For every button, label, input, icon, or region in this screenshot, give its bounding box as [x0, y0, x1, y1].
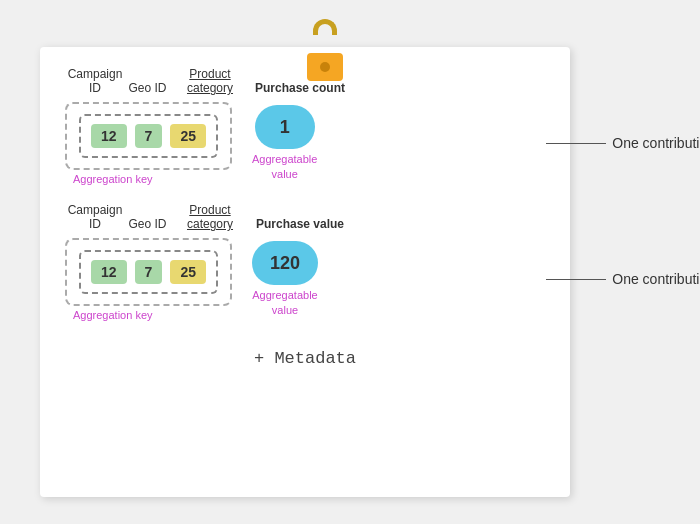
section1-geo-chip: 7 [135, 124, 163, 148]
section1-contribution-text: One contribution [612, 135, 700, 151]
section1-purchase-header: Purchase count [250, 81, 350, 95]
section2-contribution-area: One contribution [546, 271, 700, 287]
section1-chips: 12 7 25 [79, 114, 218, 158]
section1-aggregation-label: Aggregation key [65, 173, 232, 185]
section1-contribution-line [546, 143, 606, 144]
section1-row: 12 7 25 Aggregation key 1 Aggregatableva… [65, 102, 545, 185]
paper-content: Campaign ID Geo ID Product category Purc… [40, 47, 570, 497]
section2-campaign-chip: 12 [91, 260, 127, 284]
paper: Campaign ID Geo ID Product category Purc… [40, 47, 570, 497]
section2-geo-chip: 7 [135, 260, 163, 284]
lock-shackle [313, 19, 337, 35]
section2: Campaign ID Geo ID Product category Purc… [65, 203, 545, 321]
section2-product-header: Product category [170, 203, 250, 232]
section1-campaign-header: Campaign ID [65, 67, 125, 96]
metadata-text: + Metadata [65, 339, 545, 368]
section1-value-area: 1 Aggregatablevalue [252, 105, 317, 181]
section1: Campaign ID Geo ID Product category Purc… [65, 67, 545, 185]
section1-product-chip: 25 [170, 124, 206, 148]
section2-aggregation-label: Aggregation key [65, 309, 232, 321]
section2-contribution-line [546, 279, 606, 280]
section2-value-area: 120 Aggregatablevalue [252, 241, 318, 317]
section1-aggregatable-label: Aggregatablevalue [252, 152, 317, 181]
section2-col-headers: Campaign ID Geo ID Product category Purc… [65, 203, 545, 232]
section2-campaign-header: Campaign ID [65, 203, 125, 232]
section2-product-chip: 25 [170, 260, 206, 284]
section2-contribution-text: One contribution [612, 271, 700, 287]
lock-body [307, 53, 343, 81]
page-container: Campaign ID Geo ID Product category Purc… [30, 17, 670, 507]
section1-campaign-chip: 12 [91, 124, 127, 148]
section2-aggregatable-label: Aggregatablevalue [252, 288, 318, 317]
section2-key-box: 12 7 25 [65, 238, 232, 306]
section2-geo-header: Geo ID [125, 217, 170, 231]
section2-purchase-header: Purchase value [250, 217, 350, 231]
section1-value-bubble: 1 [255, 105, 315, 149]
section1-dashed-box: 12 7 25 Aggregation key [65, 102, 232, 185]
section1-key-box: 12 7 25 [65, 102, 232, 170]
section1-product-header: Product category [170, 67, 250, 96]
lock-icon [300, 17, 350, 77]
section1-contribution-area: One contribution [546, 135, 700, 151]
section1-geo-header: Geo ID [125, 81, 170, 95]
section2-chips: 12 7 25 [79, 250, 218, 294]
section2-row: 12 7 25 Aggregation key 120 Aggregatable… [65, 238, 545, 321]
section2-value-bubble: 120 [252, 241, 318, 285]
section2-dashed-box: 12 7 25 Aggregation key [65, 238, 232, 321]
